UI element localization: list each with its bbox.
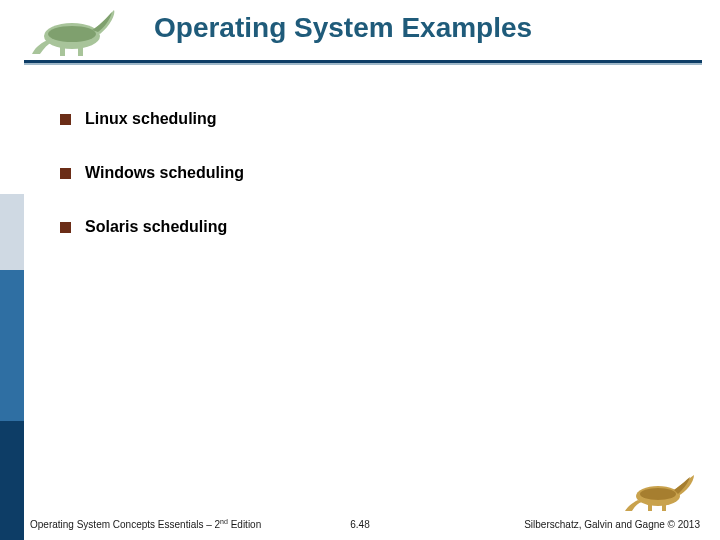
svg-rect-1 (60, 44, 65, 56)
bullet-text: Linux scheduling (85, 110, 217, 128)
footer-page-number: 6.48 (350, 519, 369, 530)
bullet-text: Solaris scheduling (85, 218, 227, 236)
footer-right: Silberschatz, Galvin and Gagne © 2013 (524, 519, 700, 530)
svg-rect-2 (78, 44, 83, 56)
dinosaur-left-icon (30, 4, 120, 58)
list-item: Solaris scheduling (60, 218, 690, 236)
bullet-text: Windows scheduling (85, 164, 244, 182)
header: Operating System Examples (24, 0, 720, 78)
list-item: Linux scheduling (60, 110, 690, 128)
footer-edition-suffix: Edition (228, 519, 261, 530)
content-area: Linux scheduling Windows scheduling Sola… (60, 110, 690, 272)
svg-point-7 (640, 488, 676, 500)
sidebar-segment (0, 270, 24, 421)
bullet-square-icon (60, 114, 71, 125)
sidebar-segment (0, 194, 24, 270)
list-item: Windows scheduling (60, 164, 690, 182)
bullet-square-icon (60, 168, 71, 179)
footer-edition-ordinal: nd (220, 518, 228, 525)
svg-point-3 (48, 26, 96, 42)
sidebar-segment (0, 421, 24, 540)
sidebar-stripe (0, 0, 24, 540)
footer-book-title: Operating System Concepts Essentials – 2 (30, 519, 220, 530)
title-rule-light (24, 63, 702, 65)
svg-rect-6 (662, 502, 666, 511)
footer-left: Operating System Concepts Essentials – 2… (30, 518, 261, 530)
svg-rect-5 (648, 502, 652, 511)
slide: Operating System Examples Linux scheduli… (0, 0, 720, 540)
slide-title: Operating System Examples (154, 12, 532, 44)
bullet-square-icon (60, 222, 71, 233)
sidebar-segment (0, 0, 24, 194)
dinosaur-right-icon (624, 472, 698, 512)
